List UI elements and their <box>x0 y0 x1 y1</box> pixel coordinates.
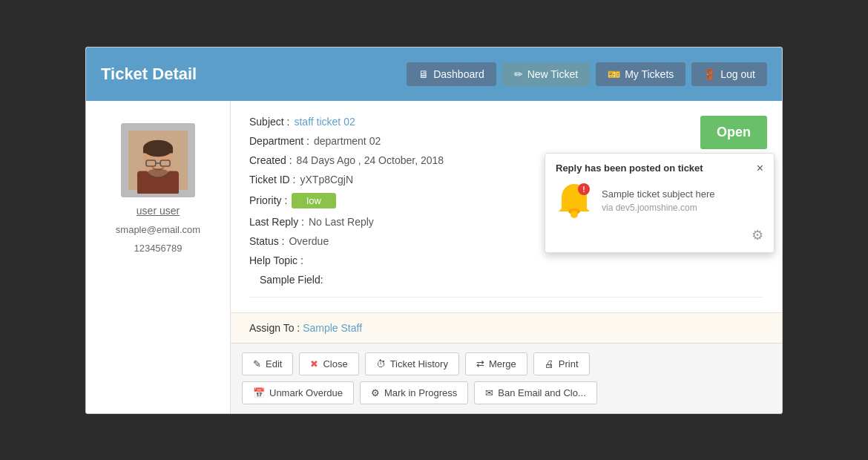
created-value: 84 Days Ago , 24 October, 2018 <box>297 154 444 166</box>
print-icon: 🖨 <box>545 358 554 369</box>
unmark-btn[interactable]: 📅 Unmark Overdue <box>242 381 354 404</box>
status-label: Status : <box>249 235 284 247</box>
action-row-1: ✎ Edit ✖ Close ⏱ Ticket History ⇄ Merge <box>242 352 771 375</box>
notification-footer: ⚙ <box>556 227 763 243</box>
svg-point-9 <box>148 168 169 178</box>
actions-panel: ✎ Edit ✖ Close ⏱ Ticket History ⇄ Merge <box>231 343 782 413</box>
history-btn[interactable]: ⏱ Ticket History <box>365 352 459 375</box>
my-tickets-btn[interactable]: 🎫 My Tickets <box>596 62 685 86</box>
ticket-detail-panel: Subject : staff ticket 02 Department : d… <box>231 101 782 312</box>
notification-text: Sample ticket subject here via dev5.joom… <box>602 188 763 213</box>
header: Ticket Detail 🖥 Dashboard ✏ New Ticket 🎫… <box>86 47 782 101</box>
help-topic-row: Help Topic : <box>249 254 763 266</box>
department-row: Department : department 02 <box>249 135 763 147</box>
priority-label: Priority : <box>249 194 287 206</box>
ticket-id-label: Ticket ID : <box>249 174 296 185</box>
progress-icon: ⚙ <box>371 387 380 398</box>
notification-subject: Sample ticket subject here <box>602 188 763 200</box>
last-reply-value: No Last Reply <box>309 216 374 228</box>
new-ticket-icon: ✏ <box>514 68 523 80</box>
ticket-id-value: yXTp8CgjN <box>300 174 354 185</box>
notification-popup: Reply has been posted on ticket × <box>545 153 775 253</box>
user-panel: user user smaple@email.com 123456789 <box>86 101 231 413</box>
assign-row: Assign To : Sample Staff <box>231 312 782 343</box>
assign-label: Assign To : <box>249 322 300 334</box>
edit-btn[interactable]: ✎ Edit <box>242 352 293 375</box>
svg-point-11 <box>571 211 578 218</box>
progress-btn[interactable]: ⚙ Mark in Progress <box>360 381 468 404</box>
dashboard-icon: 🖥 <box>418 68 429 80</box>
new-ticket-btn[interactable]: ✏ New Ticket <box>502 62 590 86</box>
assign-value[interactable]: Sample Staff <box>303 322 362 334</box>
open-status-badge: Open <box>700 116 767 149</box>
notification-header: Reply has been posted on ticket × <box>556 162 763 174</box>
notification-via: via dev5.joomshine.com <box>602 203 763 213</box>
department-value: department 02 <box>314 135 381 147</box>
notification-title: Reply has been posted on ticket <box>556 162 703 174</box>
ban-icon: ✉ <box>485 387 493 398</box>
merge-btn[interactable]: ⇄ Merge <box>465 352 527 375</box>
department-label: Department : <box>249 135 309 147</box>
help-topic-label: Help Topic : <box>249 254 303 266</box>
main-container: Ticket Detail 🖥 Dashboard ✏ New Ticket 🎫… <box>85 47 783 414</box>
user-phone: 123456789 <box>134 243 182 254</box>
merge-icon: ⇄ <box>476 358 484 369</box>
dashboard-btn[interactable]: 🖥 Dashboard <box>407 62 496 86</box>
user-name: user user <box>137 205 180 217</box>
ban-btn[interactable]: ✉ Ban Email and Clo... <box>474 381 597 404</box>
subject-value[interactable]: staff ticket 02 <box>294 116 355 128</box>
svg-text:!: ! <box>582 185 585 194</box>
priority-badge: low <box>292 193 336 208</box>
header-nav: 🖥 Dashboard ✏ New Ticket 🎫 My Tickets 🚪 … <box>407 62 767 86</box>
sample-field-label: Sample Field: <box>260 274 323 286</box>
user-email: smaple@email.com <box>116 224 200 235</box>
action-row-2: 📅 Unmark Overdue ⚙ Mark in Progress ✉ Ba… <box>242 381 771 404</box>
bell-icon: ! <box>556 180 593 221</box>
subject-row: Subject : staff ticket 02 <box>249 116 763 128</box>
history-icon: ⏱ <box>376 358 386 369</box>
created-label: Created : <box>249 154 292 166</box>
my-tickets-icon: 🎫 <box>608 68 620 80</box>
status-value: Overdue <box>289 235 329 247</box>
print-btn[interactable]: 🖨 Print <box>533 352 590 375</box>
notification-close-button[interactable]: × <box>757 162 763 174</box>
page-title: Ticket Detail <box>101 65 197 84</box>
last-reply-label: Last Reply : <box>249 216 304 228</box>
svg-rect-5 <box>143 147 173 153</box>
edit-icon: ✎ <box>253 358 261 369</box>
settings-icon[interactable]: ⚙ <box>752 227 763 243</box>
content-area: user user smaple@email.com 123456789 Sub… <box>86 101 782 413</box>
avatar <box>121 123 195 197</box>
logout-btn[interactable]: 🚪 Log out <box>691 62 767 86</box>
close-btn[interactable]: ✖ Close <box>299 352 358 375</box>
close-icon: ✖ <box>310 358 318 369</box>
subject-label: Subject : <box>249 116 289 128</box>
unmark-icon: 📅 <box>253 387 265 398</box>
sample-field-row: Sample Field: <box>260 274 763 286</box>
logout-icon: 🚪 <box>703 68 716 80</box>
notification-body: ! Sample ticket subject here via dev5.jo… <box>556 180 763 221</box>
